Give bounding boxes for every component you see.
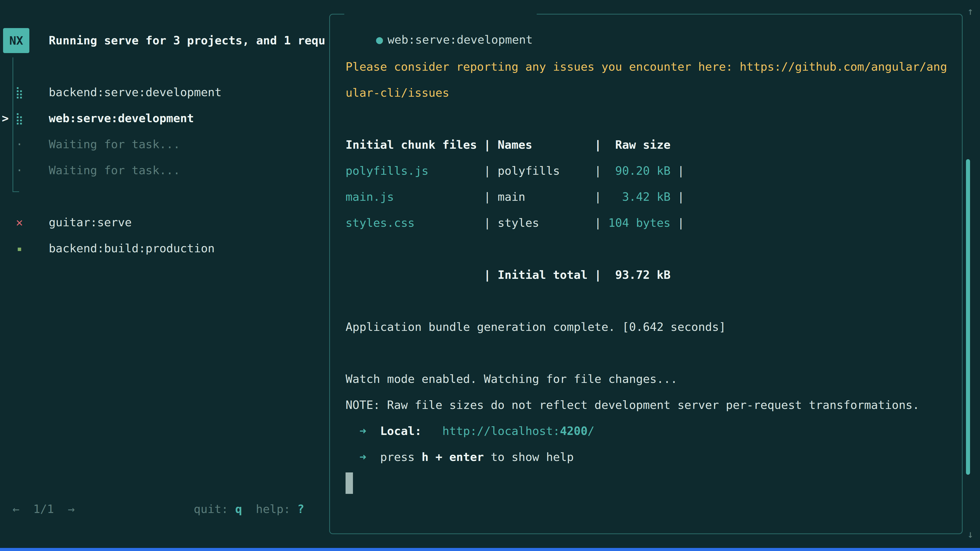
text-segment: | Initial total | 93.72 kB (345, 268, 670, 282)
text-segment: 3.42 kB (608, 190, 671, 203)
text-segment: Please consider reporting any issues you… (345, 60, 740, 73)
success-square-icon: ▪ (13, 235, 25, 262)
pagination: ← 1/1 → (13, 496, 75, 522)
local-url-link[interactable]: / (587, 424, 594, 438)
output-line (345, 106, 954, 132)
panel-output: Please consider reporting any issues you… (345, 54, 954, 496)
selected-caret-icon: > (2, 105, 9, 131)
github-issues-link[interactable]: ular-cli/issues (345, 86, 449, 100)
task-label: Waiting for task... (49, 131, 180, 157)
text-segment: 90.20 kB (608, 164, 671, 178)
output-line: | Initial total | 93.72 kB (345, 262, 954, 288)
waiting-dot-icon: · (13, 157, 25, 183)
panel-title-text: web:serve:development (387, 33, 533, 46)
text-segment: polyfills.js (345, 164, 428, 178)
output-line: ular-cli/issues (345, 80, 954, 106)
help-key: ? (298, 502, 304, 516)
text-segment: 104 bytes (608, 216, 671, 230)
output-line: Application bundle generation complete. … (345, 314, 954, 340)
page-indicator: 1/1 (33, 502, 54, 516)
bottom-strip (0, 548, 980, 551)
task-row-web-serve-development[interactable]: > ⣷ web:serve:development (0, 105, 329, 131)
output-line: Initial chunk files | Names | Raw size (345, 132, 954, 158)
quit-hint-label: quit: (194, 502, 228, 516)
scrollbar-thumb[interactable] (966, 159, 970, 475)
spinner-icon: ⣷ (13, 105, 25, 131)
next-page-arrow[interactable]: → (68, 502, 75, 516)
text-segment: press (380, 450, 422, 464)
text-segment: | polyfills | (428, 164, 608, 178)
scroll-down-arrow[interactable]: ↓ (963, 521, 978, 547)
task-row-guitar-serve[interactable]: ✕ guitar:serve (0, 210, 329, 235)
output-line: Please consider reporting any issues you… (345, 54, 954, 80)
output-line: Watch mode enabled. Watching for file ch… (345, 366, 954, 392)
output-line: ➜ press h + enter to show help (345, 444, 954, 470)
task-row-waiting-1[interactable]: · Waiting for task... (0, 131, 329, 157)
task-label: web:serve:development (49, 105, 194, 131)
output-line (345, 470, 954, 496)
run-summary-title: Running serve for 3 projects, and 1 requ (49, 28, 325, 53)
output-line: styles.css | styles | 104 bytes | (345, 210, 954, 236)
text-segment (422, 424, 442, 438)
output-line: main.js | main | 3.42 kB | (345, 184, 954, 210)
task-label: backend:build:production (49, 235, 215, 262)
quit-key: q (235, 502, 242, 516)
arrow-icon: ➜ (360, 424, 366, 438)
spinner-icon: ⣷ (13, 79, 25, 105)
output-line (345, 236, 954, 262)
text-segment: | styles | (415, 216, 608, 230)
task-list-panel: NX Running serve for 3 projects, and 1 r… (0, 0, 329, 551)
nx-logo: NX (3, 28, 29, 53)
text-segment: to show help (484, 450, 574, 464)
output-line: polyfills.js | polyfills | 90.20 kB | (345, 158, 954, 184)
text-segment (366, 424, 380, 438)
text-segment: | (670, 216, 684, 230)
output-line: ➜ Local: http://localhost:4200/ (345, 418, 954, 444)
task-output-panel: ●web:serve:development Please consider r… (329, 14, 963, 534)
waiting-dot-icon: · (13, 131, 25, 157)
text-segment: main.js (345, 190, 394, 203)
text-segment: Local: (380, 424, 422, 438)
prev-page-arrow[interactable]: ← (13, 502, 19, 516)
scroll-up-arrow[interactable]: ↑ (963, 0, 978, 24)
text-segment: Watch mode enabled. Watching for file ch… (345, 372, 677, 386)
task-label: guitar:serve (49, 210, 132, 235)
output-line (345, 288, 954, 314)
text-segment (345, 424, 360, 438)
task-label: Waiting for task... (49, 157, 180, 183)
text-segment: | main | (394, 190, 608, 203)
text-segment: h + enter (422, 450, 484, 464)
output-line: NOTE: Raw file sizes do not reflect deve… (345, 392, 954, 418)
text-segment: Initial chunk files | Names | Raw size (345, 138, 670, 151)
task-row-backend-serve-development[interactable]: ⣷ backend:serve:development (0, 79, 329, 105)
status-bullet-icon: ● (376, 33, 383, 46)
arrow-icon: ➜ (360, 450, 366, 464)
task-row-waiting-2[interactable]: · Waiting for task... (0, 157, 329, 183)
local-url-port[interactable]: 4200 (560, 424, 587, 438)
text-segment (366, 450, 380, 464)
panel-title: ●web:serve:development (344, 1, 537, 27)
keyboard-hints: quit:qhelp:? (194, 496, 304, 522)
task-row-backend-build-production[interactable]: ▪ backend:build:production (0, 235, 329, 262)
local-url-link[interactable]: http://localhost: (442, 424, 560, 438)
failed-cross-icon: ✕ (13, 210, 25, 235)
help-hint-label: help: (256, 502, 290, 516)
text-segment: | (670, 190, 684, 203)
task-tree-corner (13, 191, 19, 192)
text-segment: NOTE: Raw file sizes do not reflect deve… (345, 398, 920, 412)
text-segment: styles.css (345, 216, 415, 230)
output-line (345, 340, 954, 366)
text-segment: Application bundle generation complete. … (345, 320, 726, 333)
terminal-cursor (345, 472, 353, 494)
task-label: backend:serve:development (49, 79, 221, 105)
github-issues-link[interactable]: https://github.com/angular/ang (740, 60, 947, 73)
text-segment (345, 450, 360, 464)
text-segment: | (670, 164, 684, 178)
